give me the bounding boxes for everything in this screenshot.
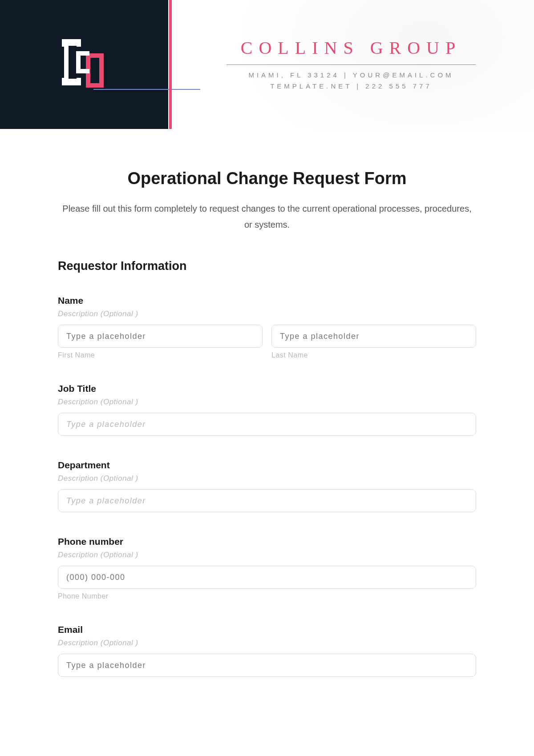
svg-rect-5 xyxy=(99,53,104,88)
phone-sublabel: Phone Number xyxy=(58,592,476,600)
svg-rect-6 xyxy=(86,83,104,88)
last-name-sublabel: Last Name xyxy=(271,351,476,359)
first-name-sublabel: First Name xyxy=(58,351,263,359)
brand-contact-line2: TEMPLATE.NET | 222 555 777 xyxy=(270,82,432,90)
department-desc: Description (Optional ) xyxy=(58,474,476,483)
header: COLLINS GROUP MIAMI, FL 33124 | YOUR@EMA… xyxy=(0,0,534,129)
brand-divider xyxy=(227,64,476,65)
last-name-input[interactable] xyxy=(271,325,476,348)
phone-desc: Description (Optional ) xyxy=(58,551,476,559)
name-label: Name xyxy=(58,295,476,306)
brand-block: COLLINS GROUP MIAMI, FL 33124 | YOUR@EMA… xyxy=(168,0,534,129)
logo-icon xyxy=(57,38,111,91)
logo-block xyxy=(0,0,168,129)
svg-rect-1 xyxy=(64,41,79,46)
job-title-desc: Description (Optional ) xyxy=(58,398,476,406)
department-input[interactable] xyxy=(58,489,476,512)
accent-stripe xyxy=(169,0,172,129)
email-input[interactable] xyxy=(58,654,476,677)
form-title: Operational Change Request Form xyxy=(58,169,476,188)
form-intro: Please fill out this form completely to … xyxy=(58,201,476,233)
brand-contact: MIAMI, FL 33124 | YOUR@EMAIL.COM TEMPLAT… xyxy=(248,69,453,92)
svg-rect-8 xyxy=(76,51,89,56)
email-label: Email xyxy=(58,624,476,635)
phone-label: Phone number xyxy=(58,536,476,547)
brand-name: COLLINS GROUP xyxy=(241,37,461,58)
name-desc: Description (Optional ) xyxy=(58,310,476,318)
brand-contact-line1: MIAMI, FL 33124 | YOUR@EMAIL.COM xyxy=(248,71,453,79)
department-label: Department xyxy=(58,460,476,470)
svg-rect-9 xyxy=(76,69,89,73)
field-job-title: Job Title Description (Optional ) xyxy=(58,383,476,436)
first-name-input[interactable] xyxy=(58,325,263,348)
field-phone: Phone number Description (Optional ) Pho… xyxy=(58,536,476,600)
field-name: Name Description (Optional ) First Name … xyxy=(58,295,476,359)
email-desc: Description (Optional ) xyxy=(58,639,476,647)
job-title-input[interactable] xyxy=(58,413,476,436)
svg-rect-0 xyxy=(64,41,69,83)
form-content: Operational Change Request Form Please f… xyxy=(0,129,534,677)
accent-line xyxy=(93,89,200,90)
svg-rect-2 xyxy=(64,79,79,83)
field-email: Email Description (Optional ) xyxy=(58,624,476,677)
section-title: Requestor Information xyxy=(58,259,476,273)
phone-input[interactable] xyxy=(58,566,476,589)
field-department: Department Description (Optional ) xyxy=(58,460,476,512)
job-title-label: Job Title xyxy=(58,383,476,394)
